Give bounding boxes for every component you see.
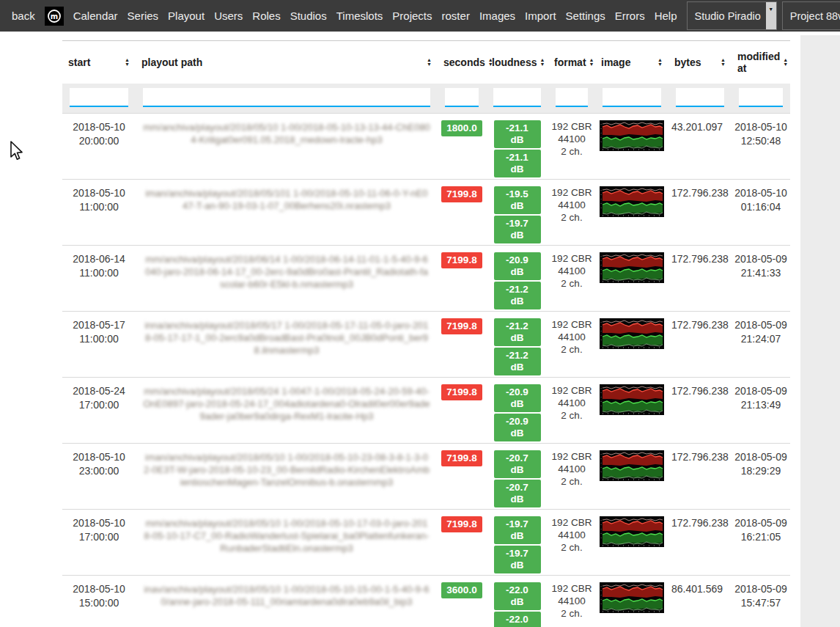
nav-item-errors[interactable]: Errors [615,10,645,22]
bytes-value: 172.796.238 [671,517,729,529]
filter-input-loudness[interactable] [493,88,541,107]
nav-item-projects[interactable]: Projects [392,10,432,22]
start-cell: 2018-05-24 17:00:00 [62,377,136,443]
bytes-value: 172.796.238 [671,385,729,397]
bytes-cell: 86.401.569 [668,575,732,627]
filter-input-image[interactable] [603,88,661,107]
sort-icon: ▲▼ [539,58,545,67]
seconds-cell: 7199.8 [438,311,486,377]
col-header-image[interactable]: image▲▼ [595,41,668,84]
filter-input-format[interactable] [556,88,588,107]
loudness-cell: -20.9 dB -20.9 dB [486,377,548,443]
loudness-badge-1: -21.1 dB [494,120,541,148]
seconds-cell: 7199.8 [438,443,486,509]
image-cell [595,443,668,509]
format-channels: 2 ch. [551,277,592,290]
seconds-badge: 1800.0 [441,120,482,136]
redacted-path-text: iman/anchiva/playout/2018/05/10 1-00/201… [143,451,430,488]
redacted-path-text: mm/anchiva/playout/2018/05/24 1-0047-1-0… [143,385,430,422]
format-samplerate: 44100 [551,133,592,145]
col-header-bytes[interactable]: bytes▲▼ [668,41,732,84]
loudness-badge-1: -22.0 dB [494,582,541,610]
bytes-cell: 172.796.238 [668,443,732,509]
filter-input-start[interactable] [70,88,128,107]
start-time: 11:00:00 [65,200,133,214]
table-row: 2018-05-10 23:00:00 iman/anchiva/playout… [62,443,790,509]
nav-item-help[interactable]: Help [655,10,677,22]
loudness-badge-2: -21.1 dB [494,150,541,177]
start-date: 2018-05-10 [65,186,133,200]
table-body: 2018-05-10 20:00:00 mm/anchiva/playout/2… [62,113,790,627]
format-samplerate: 44100 [551,265,592,277]
filter-input-modified-at[interactable] [739,88,783,107]
loudness-badge-2: -21.2 dB [494,282,541,309]
nav-item-roles[interactable]: Roles [252,10,280,22]
waveform-thumbnail [600,582,664,613]
seconds-cell: 7199.8 [438,377,486,443]
modified-date: 2018-05-09 [734,384,787,398]
nav-item-users[interactable]: Users [214,10,243,22]
filter-input-playout-path[interactable] [143,88,430,107]
navbar-right: Studio Piradio ▼ Project 88vier ▼ Logout… [687,0,840,32]
format-bitrate: 192 CBR [551,384,592,397]
nav-item-import[interactable]: Import [525,10,556,22]
sort-icon: ▲▼ [125,58,130,67]
bytes-cell: 172.796.238 [668,179,732,245]
filter-input-bytes[interactable] [676,88,724,107]
nav-back[interactable]: back [12,10,35,22]
redacted-path-text: mm/anchiva/playout/2018/05/10 1-00/2018-… [143,121,430,146]
studio-select[interactable]: Studio Piradio ▼ [687,1,777,30]
format-cell: 192 CBR 44100 2 ch. [548,377,595,443]
start-time: 15:00:00 [65,596,133,610]
format-channels: 2 ch. [551,541,592,554]
playout-path-cell: iman/anchiva/playout/2018/05/101 1-00/20… [136,179,438,245]
seconds-badge: 7199.8 [441,516,482,532]
image-cell [595,575,668,627]
image-cell [595,245,668,311]
col-header-loudness[interactable]: loudness▲▼ [486,41,548,84]
nav-item-calendar[interactable]: Calendar [73,10,118,22]
sort-icon: ▲▼ [657,58,663,67]
redacted-path-text: inav/anchiva/playout/2018/05/10 1-00/201… [143,583,430,608]
playout-path-cell: mm/anchiva/playout/2018/06/14 1-00/2018-… [136,245,438,311]
modified-cell: 2018-05-09 16:21:05 [732,509,790,575]
col-header-format[interactable]: format▲▼ [548,41,595,84]
loudness-badge-1: -19.7 dB [494,516,541,544]
modified-time: 21:41:33 [734,266,787,280]
nav-item-settings[interactable]: Settings [566,10,605,22]
loudness-badge-2: -20.9 dB [494,414,541,441]
nav-item-roster[interactable]: roster [442,10,470,22]
playout-table: start▲▼ playout path▲▼ seconds▲▼ loudnes… [62,40,790,627]
format-samplerate: 44100 [551,463,592,475]
col-header-modified-at[interactable]: modified at▲▼ [732,41,790,84]
loudness-badge-1: -19.5 dB [494,186,541,214]
loudness-badge-1: -21.2 dB [494,318,541,346]
sort-icon: ▲▼ [783,58,788,67]
format-cell: 192 CBR 44100 2 ch. [548,113,595,179]
nav-item-playout[interactable]: Playout [168,10,205,22]
modified-cell: 2018-05-09 15:47:57 [732,575,790,627]
waveform-thumbnail [600,516,664,547]
filter-input-seconds[interactable] [445,88,479,107]
project-select[interactable]: Project 88vier ▼ [782,1,840,30]
start-cell: 2018-05-10 17:00:00 [62,509,136,575]
col-header-start[interactable]: start▲▼ [62,41,136,84]
format-cell: 192 CBR 44100 2 ch. [548,179,595,245]
table-row: 2018-05-10 17:00:00 mm/anchiva/playout/2… [62,509,790,575]
nav-item-studios[interactable]: Studios [290,10,327,22]
svg-text:m: m [50,12,57,21]
nav-item-series[interactable]: Series [128,10,159,22]
start-date: 2018-05-10 [65,450,133,464]
col-header-playout-path[interactable]: playout path▲▼ [136,41,438,84]
format-bitrate: 192 CBR [551,516,592,529]
nav-item-timeslots[interactable]: Timeslots [336,10,383,22]
format-cell: 192 CBR 44100 2 ch. [548,245,595,311]
col-header-seconds[interactable]: seconds▲▼ [438,41,486,84]
seconds-badge: 7199.8 [441,384,482,400]
filter-row [62,84,790,114]
seconds-badge: 7199.8 [441,450,482,466]
modified-cell: 2018-05-09 21:24:07 [732,311,790,377]
start-cell: 2018-05-10 23:00:00 [62,443,136,509]
nav-item-images[interactable]: Images [479,10,515,22]
col-label: loudness [492,56,537,68]
